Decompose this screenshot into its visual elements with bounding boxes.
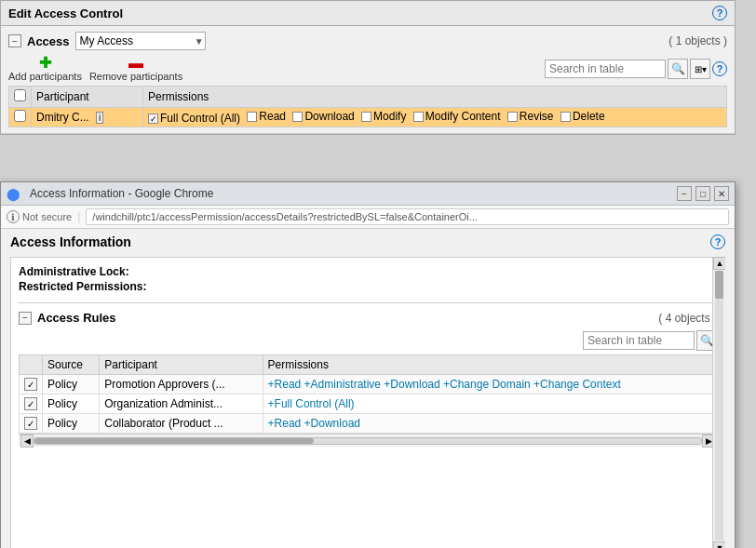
outer-panel-title: Edit Access Control: [8, 7, 123, 20]
admin-lock-label: Administrative Lock:: [19, 265, 129, 278]
chrome-minimize-button[interactable]: −: [677, 186, 692, 201]
participant-info-button[interactable]: i: [96, 112, 103, 124]
access-table-participant-header: Participant: [32, 87, 143, 108]
download-checkbox[interactable]: [292, 112, 303, 122]
add-participants-label: Add participants: [8, 71, 82, 82]
rules-row-checkbox[interactable]: ✓: [24, 397, 37, 410]
rules-source-cell: Policy: [43, 394, 100, 414]
access-info-header: Access Information ?: [10, 234, 725, 249]
full-control-label: Full Control (All): [160, 112, 240, 125]
delete-checkbox[interactable]: [560, 112, 571, 122]
revise-label: Revise: [520, 110, 554, 123]
rules-participant-header: Participant: [100, 355, 263, 375]
rules-label: Access Rules: [37, 311, 116, 325]
rules-participant-cell: Organization Administ...: [100, 394, 263, 414]
table-row[interactable]: Dmitry C... i Full Control (All) Read: [9, 108, 727, 127]
chrome-logo-icon: ⬤: [7, 187, 20, 201]
select-all-checkbox[interactable]: [14, 89, 26, 101]
search-icon: 🔍: [671, 62, 685, 75]
modify-content-checkbox[interactable]: [413, 112, 424, 122]
access-toolbar: ✚ Add participants ▬ Remove participants…: [8, 56, 727, 82]
add-participants-button[interactable]: ✚ Add participants: [8, 56, 82, 82]
access-objects-count: ( 1 objects ): [668, 34, 727, 47]
revise-permission: Revise: [507, 110, 554, 123]
v-scroll-thumb: [715, 271, 723, 299]
rules-row-checkbox[interactable]: ✓: [24, 417, 37, 430]
permissions-cell: Full Control (All) Read Download Mo: [143, 108, 727, 127]
table-help-icon[interactable]: ?: [712, 61, 727, 76]
rules-count: ( 4 objects ): [658, 312, 717, 325]
address-text: /windchill/ptc1/accessPermission/accessD…: [92, 211, 478, 222]
read-checkbox[interactable]: [247, 112, 257, 122]
table-row[interactable]: ✓ Policy Collaborator (Product ... +Read…: [20, 414, 717, 434]
outer-panel-help-icon[interactable]: ?: [712, 6, 727, 20]
download-permission: Download: [292, 110, 354, 123]
scroll-up-button[interactable]: ▲: [713, 257, 725, 270]
rules-participant-cell: Collaborator (Product ...: [100, 414, 263, 434]
revise-checkbox[interactable]: [507, 112, 518, 122]
modify-content-label: Modify Content: [425, 110, 501, 123]
access-section: − Access My Access All Access ▼ ( 1 obje…: [1, 26, 735, 134]
rules-collapse-button[interactable]: −: [19, 312, 32, 325]
restricted-perms-label: Restricted Permissions:: [19, 280, 146, 293]
rules-source-cell: Policy: [43, 414, 100, 434]
access-collapse-button[interactable]: −: [8, 34, 21, 47]
modify-label: Modify: [373, 110, 406, 123]
row-checkbox[interactable]: [14, 110, 26, 122]
access-dropdown-wrapper: My Access All Access ▼: [75, 32, 206, 50]
access-table-select-all-header: [9, 87, 32, 108]
scroll-left-arrow[interactable]: ◀: [20, 434, 34, 448]
access-header: − Access My Access All Access ▼ ( 1 obje…: [8, 32, 727, 50]
access-rules-section: − Access Rules ( 4 objects ) 🔍: [19, 311, 717, 447]
access-table: Participant Permissions Dmitry C... i: [8, 86, 727, 127]
admin-lock-row: Administrative Lock:: [19, 265, 717, 278]
chrome-titlebar: ⬤ Access Information - Google Chrome − □…: [1, 182, 735, 206]
table-row[interactable]: ✓ Policy Promotion Approvers (... +Read …: [20, 375, 717, 394]
delete-permission: Delete: [560, 110, 605, 123]
grid-options-button[interactable]: ⊞▾: [690, 59, 710, 79]
rules-permissions-header: Permissions: [263, 355, 716, 375]
table-row[interactable]: ✓ Policy Organization Administ... +Full …: [20, 394, 717, 414]
rules-participant-cell: Promotion Approvers (...: [100, 375, 263, 394]
access-info-title: Access Information: [10, 234, 131, 249]
access-search-area: 🔍 ⊞▾ ?: [545, 59, 727, 79]
chrome-close-button[interactable]: ✕: [714, 186, 729, 201]
access-dropdown[interactable]: My Access All Access: [75, 32, 206, 50]
v-scroll-track: [715, 271, 723, 541]
access-info-help-icon[interactable]: ?: [710, 234, 725, 249]
outer-panel-header: Edit Access Control ?: [1, 1, 735, 26]
access-search-button[interactable]: 🔍: [668, 59, 688, 79]
modify-permission: Modify: [361, 110, 406, 123]
access-label: Access: [27, 34, 70, 48]
chrome-addressbar: ℹ Not secure | /windchill/ptc1/accessPer…: [1, 206, 735, 229]
rules-permissions-cell: +Read +Download: [263, 414, 716, 434]
rules-perms-text: +Full Control (All): [268, 397, 355, 410]
remove-participants-button[interactable]: ▬ Remove participants: [89, 56, 182, 82]
modify-checkbox[interactable]: [361, 112, 371, 122]
remove-participants-label: Remove participants: [89, 71, 182, 82]
read-label: Read: [259, 110, 286, 123]
scroll-track: [34, 437, 702, 445]
inner-content-wrapper: Administrative Lock: Restricted Permissi…: [10, 257, 725, 548]
participant-name: Dmitry C...: [36, 111, 89, 124]
rules-row-checkbox[interactable]: ✓: [24, 378, 37, 391]
chrome-restore-button[interactable]: □: [695, 186, 710, 201]
address-field[interactable]: /windchill/ptc1/accessPermission/accessD…: [86, 208, 729, 225]
rules-row-check-cell: ✓: [20, 394, 43, 414]
scroll-down-button[interactable]: ▼: [713, 541, 725, 548]
rules-perms-text: +Read +Administrative +Download +Change …: [268, 378, 621, 391]
access-search-input[interactable]: [545, 60, 666, 78]
rules-search-area: 🔍: [583, 330, 717, 351]
rules-row-check-cell: ✓: [20, 414, 43, 434]
rules-toolbar: 🔍: [19, 330, 717, 351]
row-checkbox-cell: [9, 108, 32, 127]
admin-section: Administrative Lock: Restricted Permissi…: [19, 265, 717, 303]
rules-header: − Access Rules ( 4 objects ): [19, 311, 717, 325]
rules-permissions-cell: +Read +Administrative +Download +Change …: [263, 375, 716, 394]
rules-search-input[interactable]: [583, 331, 695, 350]
vertical-scrollbar[interactable]: ▲ ▼: [712, 257, 725, 548]
inner-content[interactable]: Administrative Lock: Restricted Permissi…: [10, 257, 725, 548]
horizontal-scrollbar[interactable]: ◀ ▶: [19, 434, 717, 447]
participant-cell: Dmitry C... i: [32, 108, 143, 127]
full-control-checkbox[interactable]: [148, 114, 158, 124]
